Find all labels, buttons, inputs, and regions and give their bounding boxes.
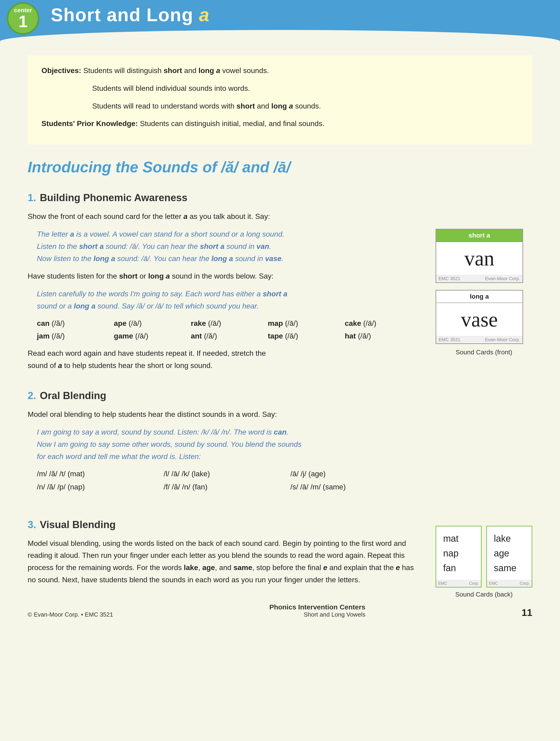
section2-heading: 2. Oral Blending	[28, 390, 417, 401]
section1-num: 1.	[28, 192, 36, 203]
section3-left: 3. Visual Blending Model visual blending…	[28, 519, 417, 604]
back-card-2: lake age same EMC Corp.	[486, 526, 532, 588]
word-tape: tape (/ā/)	[268, 332, 340, 340]
back-card-2-footer: EMC Corp.	[487, 580, 532, 587]
footer-subtitle: Short and Long Vowels	[269, 611, 366, 618]
header-title-a: a	[199, 5, 210, 25]
back-cards-container: mat nap fan EMC Corp. lake age	[436, 526, 532, 588]
footer-right: Phonics Intervention Centers Short and L…	[269, 603, 366, 618]
section1-follow: Have students listen for the short or lo…	[28, 270, 417, 282]
obj-text1: Students will distinguish short and long…	[83, 66, 269, 75]
back-card-age: age	[494, 546, 525, 560]
word-cake: cake (/ā/)	[345, 319, 417, 328]
blend-fan: /f/ /ă/ /n/ (fan)	[164, 483, 290, 491]
section2: 2. Oral Blending Model oral blending to …	[28, 390, 417, 491]
page-footer: © Evan-Moor Corp. • EMC 3521 Phonics Int…	[28, 603, 532, 618]
copyright: © Evan-Moor Corp. • EMC 3521	[28, 611, 113, 618]
long-a-header: long a	[436, 290, 522, 303]
main-section-heading: Introducing the Sounds of /ă/ and /ā/	[28, 158, 532, 176]
center-badge: center 1	[7, 2, 39, 35]
objectives-line3: Students will read to understand words w…	[92, 100, 518, 112]
blend-mat: /m/ /ă/ /t/ (mat)	[37, 470, 164, 478]
footer-title: Phonics Intervention Centers	[269, 603, 366, 611]
short-a-header: short a	[436, 229, 522, 242]
word-ant: ant (/ă/)	[191, 332, 263, 340]
blend-same: /s/ /ā/ /m/ (same)	[290, 483, 417, 491]
word-jam: jam (/ă/)	[37, 332, 109, 340]
back-card-2-content: lake age same	[487, 527, 532, 580]
blend-nap: /n/ /ă/ /p/ (nap)	[37, 483, 164, 491]
section1-italic2: Listen carefully to the words I'm going …	[37, 288, 417, 312]
prior-knowledge-label: Students' Prior Knowledge:	[42, 119, 138, 128]
section3-title: Visual Blending	[40, 519, 116, 530]
blend-age: /ā/ /j/ (age)	[290, 470, 417, 478]
objectives-line1: Objectives: Students will distinguish sh…	[42, 65, 518, 77]
back-card-lake: lake	[494, 531, 525, 546]
back-card-1-footer: EMC Corp.	[436, 580, 481, 587]
sound-card-long-a: long a vase EMC 3521 Evan-Moor Corp.	[436, 290, 523, 344]
header-bar: center 1 Short and Long a	[0, 0, 560, 30]
word-game: game (/ā/)	[114, 332, 186, 340]
sound-cards-back: mat nap fan EMC Corp. lake age	[436, 519, 532, 598]
blend-table: /m/ /ă/ /t/ (mat) /l/ /ā/ /k/ (lake) /ā/…	[37, 470, 417, 491]
sound-cards-front-label: Sound Cards (front)	[436, 349, 532, 356]
section1-title: Building Phonemic Awareness	[40, 192, 188, 203]
center-number: 1	[18, 13, 28, 30]
long-a-footer: EMC 3521 Evan-Moor Corp.	[436, 336, 522, 343]
back-card-1-content: mat nap fan	[436, 527, 481, 580]
section3-intro: Model visual blending, using the words l…	[28, 537, 417, 586]
main-content: Objectives: Students will distinguish sh…	[0, 42, 560, 627]
objectives-line2: Students will blend individual sounds in…	[92, 82, 518, 94]
prior-knowledge-text: Students can distinguish initial, medial…	[140, 119, 324, 128]
word-can: can (/ă/)	[37, 319, 109, 328]
section1-closing: Read each word again and have students r…	[28, 347, 417, 372]
header-title: Short and Long a	[51, 4, 210, 25]
section2-title: Oral Blending	[40, 390, 106, 401]
section3-layout: 3. Visual Blending Model visual blending…	[28, 519, 532, 604]
short-a-footer: EMC 3521 Evan-Moor Corp.	[436, 275, 522, 282]
section2-intro: Model oral blending to help students hea…	[28, 408, 417, 420]
long-a-word: vase	[436, 303, 522, 336]
back-card-fan: fan	[443, 560, 474, 575]
prior-knowledge: Students' Prior Knowledge: Students can …	[42, 118, 518, 130]
section3-num: 3.	[28, 519, 36, 530]
section2-num: 2.	[28, 390, 36, 401]
objectives-label: Objectives:	[42, 66, 81, 75]
blend-lake: /l/ /ā/ /k/ (lake)	[164, 470, 290, 478]
sound-card-short-a: short a van EMC 3521 Evan-Moor Corp.	[436, 229, 523, 283]
section1-left: 1. Building Phonemic Awareness Show the …	[28, 192, 417, 510]
page-number: 11	[521, 607, 532, 618]
sound-cards-front: short a van EMC 3521 Evan-Moor Corp. lon…	[436, 192, 532, 356]
wave-divider	[0, 30, 560, 42]
back-card-nap: nap	[443, 546, 474, 560]
section3: 3. Visual Blending Model visual blending…	[28, 519, 417, 586]
sound-cards-back-label: Sound Cards (back)	[436, 591, 532, 598]
word-hat: hat (/ă/)	[345, 332, 417, 340]
short-a-word: van	[436, 242, 522, 275]
section1-italic1: The letter a is a vowel. A vowel can sta…	[37, 228, 417, 265]
back-card-mat: mat	[443, 531, 474, 546]
section3-heading: 3. Visual Blending	[28, 519, 417, 530]
header-title-text: Short and Long	[51, 5, 199, 25]
word-ape: ape (/ā/)	[114, 319, 186, 328]
word-map: map (/ā/)	[268, 319, 340, 328]
word-rake: rake (/ā/)	[191, 319, 263, 328]
section1-heading: 1. Building Phonemic Awareness	[28, 192, 417, 203]
objectives-box: Objectives: Students will distinguish sh…	[28, 55, 532, 144]
section2-italic: I am going to say a word, sound by sound…	[37, 426, 417, 462]
section1: 1. Building Phonemic Awareness Show the …	[28, 192, 417, 372]
section1-intro: Show the front of each sound card for th…	[28, 210, 417, 222]
back-card-same: same	[494, 560, 525, 575]
back-card-1: mat nap fan EMC Corp.	[436, 526, 482, 588]
section1-layout: 1. Building Phonemic Awareness Show the …	[28, 192, 532, 510]
word-table: can (/ă/) ape (/ā/) rake (/ā/) map (/ā/)…	[37, 319, 417, 340]
